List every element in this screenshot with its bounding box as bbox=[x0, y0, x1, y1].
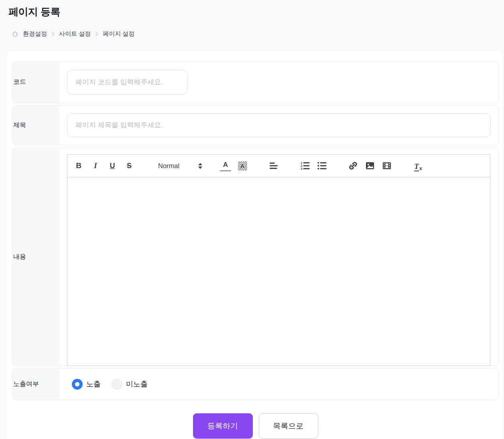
image-icon bbox=[365, 161, 375, 171]
background-color-icon: A bbox=[238, 161, 247, 171]
submit-button[interactable]: 등록하기 bbox=[193, 413, 253, 439]
radio-hidden[interactable]: 미노출 bbox=[112, 379, 148, 390]
form-row-content: 내용 B I U S Normal A bbox=[12, 148, 499, 366]
format-select[interactable]: Normal bbox=[152, 159, 205, 172]
radio-checked-icon bbox=[72, 379, 83, 390]
bullet-list-icon bbox=[317, 161, 327, 171]
breadcrumb-item-settings[interactable]: 환경설정 bbox=[23, 30, 47, 38]
content-label: 내용 bbox=[12, 148, 60, 366]
visibility-label: 노출여부 bbox=[12, 368, 60, 400]
breadcrumb-item-site[interactable]: 사이트 설정 bbox=[59, 30, 91, 38]
strikethrough-button[interactable]: S bbox=[124, 160, 135, 171]
editor-toolbar: B I U S Normal A A bbox=[67, 154, 490, 177]
link-button[interactable] bbox=[348, 160, 359, 171]
code-label: 코드 bbox=[12, 61, 60, 103]
ordered-list-icon: 1 2 3 bbox=[300, 161, 310, 171]
title-input[interactable] bbox=[67, 113, 491, 137]
chevron-right-icon bbox=[95, 31, 98, 37]
code-input[interactable] bbox=[67, 70, 187, 95]
breadcrumb-item-page[interactable]: 페이지 설정 bbox=[103, 30, 134, 38]
image-button[interactable] bbox=[364, 160, 376, 171]
form-row-code: 코드 bbox=[12, 61, 499, 103]
updown-arrows-icon bbox=[198, 163, 202, 169]
align-left-icon bbox=[268, 161, 279, 171]
breadcrumb: 환경설정 사이트 설정 페이지 설정 bbox=[12, 30, 134, 38]
bullet-list-button[interactable] bbox=[316, 160, 327, 171]
underline-button[interactable]: U bbox=[107, 160, 118, 171]
radio-unchecked-icon bbox=[112, 379, 122, 390]
svg-text:3: 3 bbox=[301, 167, 303, 171]
visibility-radio-group: 노출 미노출 bbox=[72, 379, 148, 390]
form-table: 코드 제목 내용 B I U S bbox=[12, 61, 499, 400]
radio-visible[interactable]: 노출 bbox=[72, 379, 101, 390]
form-card: 코드 제목 내용 B I U S bbox=[7, 51, 502, 439]
text-color-button[interactable]: A bbox=[220, 160, 231, 171]
video-icon bbox=[382, 161, 392, 171]
video-button[interactable] bbox=[381, 160, 392, 171]
home-icon[interactable] bbox=[12, 30, 18, 37]
format-select-value: Normal bbox=[158, 162, 179, 170]
rich-text-editor: B I U S Normal A A bbox=[67, 154, 490, 366]
back-to-list-button[interactable]: 목록으로 bbox=[259, 413, 318, 439]
form-row-title: 제목 bbox=[12, 105, 499, 145]
chevron-right-icon bbox=[51, 31, 55, 37]
align-button[interactable] bbox=[268, 160, 279, 171]
bold-button[interactable]: B bbox=[73, 160, 84, 171]
page-title: 페이지 등록 bbox=[8, 5, 60, 18]
editor-content-area[interactable] bbox=[67, 177, 490, 366]
clear-format-button[interactable]: Tx bbox=[413, 160, 424, 171]
form-row-visibility: 노출여부 노출 미노출 bbox=[12, 368, 499, 400]
italic-button[interactable]: I bbox=[90, 160, 101, 171]
title-label: 제목 bbox=[12, 106, 60, 145]
link-icon bbox=[348, 161, 358, 171]
background-color-button[interactable]: A bbox=[237, 160, 248, 171]
action-buttons: 등록하기 목록으로 bbox=[12, 413, 499, 439]
ordered-list-button[interactable]: 1 2 3 bbox=[299, 160, 311, 171]
